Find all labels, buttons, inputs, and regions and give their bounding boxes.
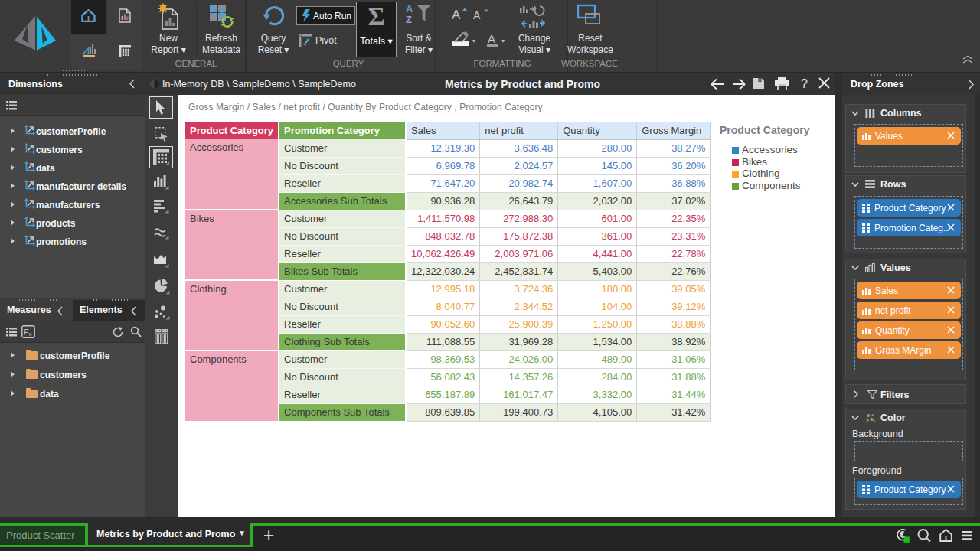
svg-text:x: x <box>29 331 32 337</box>
svg-text:A: A <box>488 33 495 45</box>
svg-text:Z: Z <box>406 14 412 25</box>
svg-text:?: ? <box>801 77 808 90</box>
svg-text:A: A <box>473 9 481 21</box>
svg-text:A: A <box>406 3 413 15</box>
svg-text:A: A <box>452 8 461 21</box>
